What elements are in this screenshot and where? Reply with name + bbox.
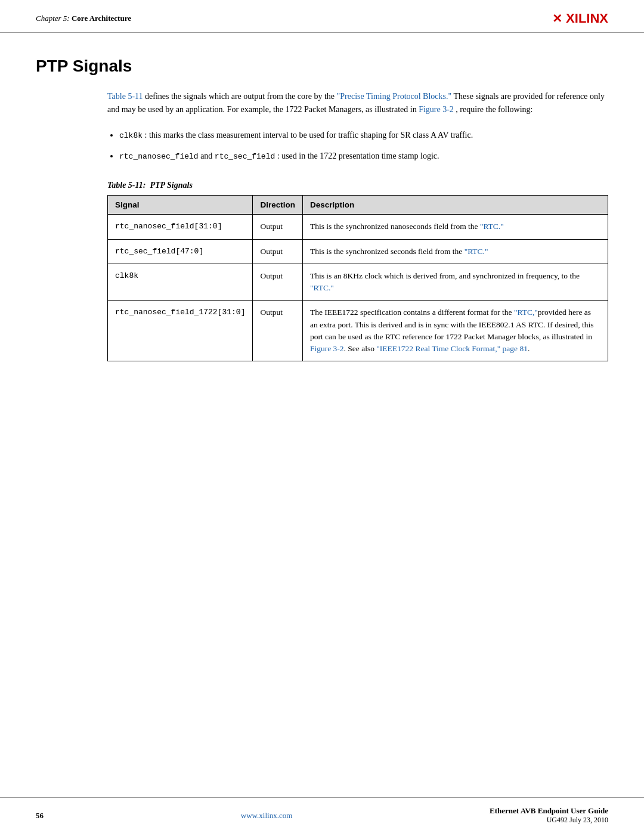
cell-signal-3: clk8k: [108, 264, 253, 301]
table-row: rtc_sec_field[47:0] Output This is the s…: [108, 239, 608, 264]
cell-signal-4: rtc_nanosec_field_1722[31:0]: [108, 301, 253, 361]
table-row: rtc_nanosec_field[31:0] Output This is t…: [108, 215, 608, 239]
code-clk8k: clk8k: [119, 131, 143, 140]
footer-right: Ethernet AVB Endpoint User Guide UG492 J…: [490, 806, 608, 825]
cell-direction-2: Output: [253, 239, 303, 264]
table-link[interactable]: Table 5-11: [107, 92, 143, 101]
bullet-list: clk8k : this marks the class measurement…: [119, 129, 608, 163]
footer-url-link[interactable]: www.xilinx.com: [241, 811, 293, 820]
logo-icon: ✕: [552, 11, 562, 26]
col-description: Description: [302, 196, 608, 215]
cell-direction-3: Output: [253, 264, 303, 301]
cell-signal-2: rtc_sec_field[47:0]: [108, 239, 253, 264]
code-rtc-sec: rtc_sec_field: [215, 152, 275, 161]
rtc-link-1[interactable]: "RTC.": [480, 222, 504, 231]
footer-page-number: 56: [36, 811, 44, 820]
cell-desc-4: The IEEE1722 specification contains a di…: [302, 301, 608, 361]
table-section: Table 5-11: PTP Signals Signal Direction…: [36, 181, 608, 361]
intro-paragraph: Table 5-11 defines the signals which are…: [107, 90, 608, 117]
protocol-blocks-link[interactable]: "Precise Timing Protocol Blocks.": [337, 92, 452, 101]
figure-3-2-link[interactable]: Figure 3-2: [419, 105, 454, 114]
rtc-link-3[interactable]: "RTC.": [310, 283, 334, 292]
rtc-link-4[interactable]: "RTC,": [514, 308, 538, 317]
cell-desc-1: This is the synchronized nanoseconds fie…: [302, 215, 608, 239]
page-title: PTP Signals: [36, 57, 608, 76]
table-row: clk8k Output This is an 8KHz clock which…: [108, 264, 608, 301]
bullet-item-rtc: rtc_nanosec_field and rtc_sec_field : us…: [119, 150, 608, 163]
cell-signal-1: rtc_nanosec_field[31:0]: [108, 215, 253, 239]
table-row: rtc_nanosec_field_1722[31:0] Output The …: [108, 301, 608, 361]
table-header-row: Signal Direction Description: [108, 196, 608, 215]
main-content: PTP Signals Table 5-11 defines the signa…: [0, 33, 644, 409]
logo-text: XILINX: [566, 11, 608, 26]
page-footer: 56 www.xilinx.com Ethernet AVB Endpoint …: [0, 797, 644, 833]
cell-desc-3: This is an 8KHz clock which is derived f…: [302, 264, 608, 301]
ieee1722-link[interactable]: "IEEE1722 Real Time Clock Format," page …: [376, 344, 528, 353]
table-label: Table 5-11: PTP Signals: [107, 181, 608, 190]
footer-subtitle: UG492 July 23, 2010: [490, 816, 608, 825]
xilinx-logo: ✕ XILINX: [552, 11, 608, 26]
cell-desc-2: This is the synchronized seconds field f…: [302, 239, 608, 264]
cell-direction-1: Output: [253, 215, 303, 239]
footer-url[interactable]: www.xilinx.com: [241, 811, 293, 820]
chapter-title: Core Architecture: [72, 14, 131, 23]
col-signal: Signal: [108, 196, 253, 215]
col-direction: Direction: [253, 196, 303, 215]
chapter-label: Chapter 5:: [36, 14, 70, 23]
cell-direction-4: Output: [253, 301, 303, 361]
figure-3-2-link-2[interactable]: Figure 3-2: [310, 344, 344, 353]
header-chapter: Chapter 5: Core Architecture: [36, 14, 131, 23]
code-rtc-nanosec: rtc_nanosec_field: [119, 152, 199, 161]
rtc-link-2[interactable]: "RTC.": [465, 247, 488, 256]
ptp-signals-table: Signal Direction Description rtc_nanosec…: [107, 195, 608, 361]
bullet-item-clk8k: clk8k : this marks the class measurement…: [119, 129, 608, 143]
page-header: Chapter 5: Core Architecture ✕ XILINX: [0, 0, 644, 33]
footer-title: Ethernet AVB Endpoint User Guide: [490, 806, 608, 816]
